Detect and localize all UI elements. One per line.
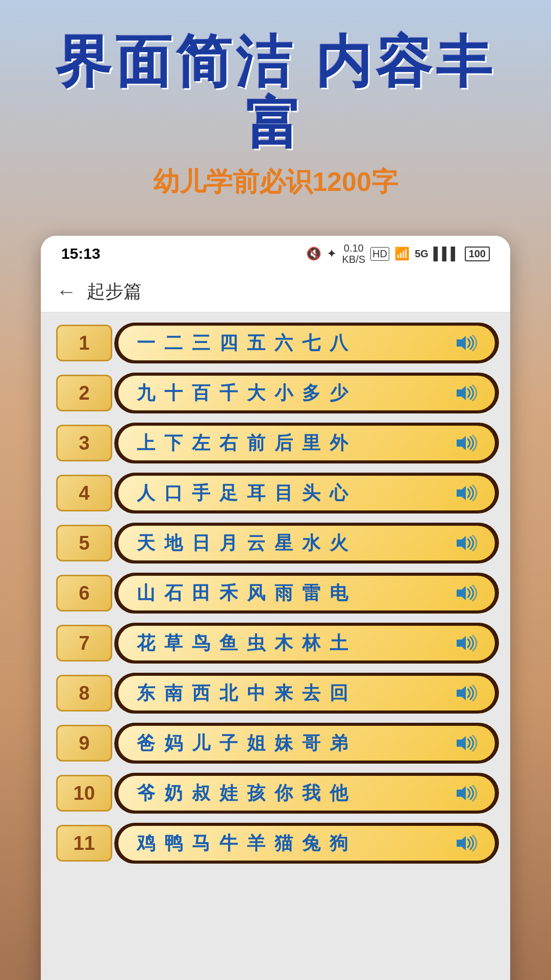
svg-marker-10	[457, 836, 466, 850]
list-item: 6 山 石 田 禾 风 雨 雷 电	[56, 573, 495, 614]
sound-button-4[interactable]	[452, 482, 481, 504]
item-content-1[interactable]: 一 二 三 四 五 六 七 八	[118, 323, 495, 363]
sound-button-11[interactable]	[452, 832, 481, 854]
item-content-8[interactable]: 东 南 西 北 中 来 去 回	[118, 673, 495, 714]
sound-icon	[455, 534, 478, 552]
promo-subtitle-suffix: 字	[371, 167, 398, 197]
hd-badge: HD	[370, 247, 389, 261]
promo-section: 界面简洁 内容丰富 幼儿学前必识1200字	[0, 0, 551, 220]
svg-marker-8	[457, 736, 466, 750]
status-time: 15:13	[61, 245, 101, 262]
svg-marker-7	[457, 686, 466, 700]
item-text-7: 花 草 鸟 鱼 虫 木 林 土	[137, 631, 350, 656]
sound-icon	[455, 484, 478, 502]
svg-marker-5	[457, 586, 466, 600]
promo-subtitle-prefix: 幼儿学前必识	[153, 167, 312, 197]
phone-frame: 15:13 🔇 ✦ 0.10 KB/S HD 📶 5G ▌▌▌ 100 ← 起步…	[41, 236, 510, 980]
signal-5g: 5G	[415, 248, 429, 260]
sound-icon	[455, 584, 478, 602]
promo-subtitle: 幼儿学前必识1200字	[31, 164, 520, 200]
sound-button-7[interactable]	[452, 632, 481, 654]
sound-button-5[interactable]	[452, 532, 481, 554]
item-text-10: 爷 奶 叔 娃 孩 你 我 他	[137, 781, 350, 806]
list-item: 11 鸡 鸭 马 牛 羊 猫 兔 狗	[56, 823, 495, 864]
battery-indicator: 100	[465, 247, 490, 261]
sound-button-9[interactable]	[452, 732, 481, 754]
list-item: 7 花 草 鸟 鱼 虫 木 林 土	[56, 623, 495, 664]
item-content-6[interactable]: 山 石 田 禾 风 雨 雷 电	[118, 573, 495, 614]
svg-marker-4	[457, 536, 466, 550]
item-content-11[interactable]: 鸡 鸭 马 牛 羊 猫 兔 狗	[118, 823, 495, 864]
sound-icon	[455, 384, 478, 402]
signal-bars: ▌▌▌	[434, 247, 460, 261]
svg-marker-1	[457, 386, 466, 400]
item-number-1: 1	[56, 325, 112, 361]
item-content-2[interactable]: 九 十 百 千 大 小 多 少	[118, 373, 495, 413]
sound-icon	[455, 784, 478, 802]
item-text-3: 上 下 左 右 前 后 里 外	[137, 431, 350, 456]
svg-marker-2	[457, 436, 466, 450]
list-item: 2 九 十 百 千 大 小 多 少	[56, 373, 495, 413]
item-content-7[interactable]: 花 草 鸟 鱼 虫 木 林 土	[118, 623, 495, 664]
nav-bar: ← 起步篇	[41, 272, 510, 312]
item-number-8: 8	[56, 675, 112, 712]
item-number-4: 4	[56, 475, 112, 511]
item-content-5[interactable]: 天 地 日 月 云 星 水 火	[118, 523, 495, 564]
list-item: 10 爷 奶 叔 娃 孩 你 我 他	[56, 773, 495, 814]
nav-title: 起步篇	[87, 279, 142, 304]
sound-icon	[455, 684, 478, 702]
svg-marker-3	[457, 486, 466, 500]
item-text-2: 九 十 百 千 大 小 多 少	[137, 381, 350, 406]
svg-marker-9	[457, 786, 466, 800]
item-number-9: 9	[56, 725, 112, 762]
data-speed: 0.10 KB/S	[342, 242, 365, 265]
sound-icon	[455, 834, 478, 852]
item-content-4[interactable]: 人 口 手 足 耳 目 头 心	[118, 473, 495, 513]
sound-button-10[interactable]	[452, 782, 481, 804]
status-bar: 15:13 🔇 ✦ 0.10 KB/S HD 📶 5G ▌▌▌ 100	[41, 236, 510, 272]
item-text-9: 爸 妈 儿 子 姐 妹 哥 弟	[137, 731, 350, 756]
sound-button-3[interactable]	[452, 432, 481, 454]
back-button[interactable]: ←	[56, 280, 77, 303]
item-text-11: 鸡 鸭 马 牛 羊 猫 兔 狗	[137, 831, 350, 856]
item-content-10[interactable]: 爷 奶 叔 娃 孩 你 我 他	[118, 773, 495, 814]
promo-subtitle-number: 1200	[312, 167, 371, 197]
list-item: 4 人 口 手 足 耳 目 头 心	[56, 473, 495, 513]
sound-icon	[455, 734, 478, 752]
sound-button-1[interactable]	[452, 332, 481, 354]
sound-icon	[455, 634, 478, 652]
svg-marker-0	[457, 336, 466, 350]
item-text-5: 天 地 日 月 云 星 水 火	[137, 531, 350, 556]
sound-button-6[interactable]	[452, 582, 481, 604]
sound-icon	[455, 334, 478, 352]
list-item: 5 天 地 日 月 云 星 水 火	[56, 523, 495, 564]
list-item: 8 东 南 西 北 中 来 去 回	[56, 673, 495, 714]
item-text-4: 人 口 手 足 耳 目 头 心	[137, 481, 350, 506]
status-icons: 🔇 ✦ 0.10 KB/S HD 📶 5G ▌▌▌ 100	[306, 242, 490, 265]
list-item: 1 一 二 三 四 五 六 七 八	[56, 323, 495, 363]
item-number-2: 2	[56, 375, 112, 411]
content-area: 1 一 二 三 四 五 六 七 八 2 九 十	[41, 312, 510, 980]
svg-marker-6	[457, 636, 466, 650]
list-item: 3 上 下 左 右 前 后 里 外	[56, 423, 495, 463]
promo-title: 界面简洁 内容丰富	[31, 31, 520, 154]
lesson-list: 1 一 二 三 四 五 六 七 八 2 九 十	[56, 323, 495, 864]
item-number-5: 5	[56, 525, 112, 561]
item-number-10: 10	[56, 775, 112, 812]
sound-button-2[interactable]	[452, 382, 481, 404]
list-item: 9 爸 妈 儿 子 姐 妹 哥 弟	[56, 723, 495, 764]
item-text-1: 一 二 三 四 五 六 七 八	[137, 331, 350, 356]
item-number-6: 6	[56, 575, 112, 611]
mute-icon: 🔇	[306, 247, 321, 261]
sound-icon	[455, 434, 478, 452]
item-number-7: 7	[56, 625, 112, 662]
wifi-icon: 📶	[394, 247, 410, 261]
sound-button-8[interactable]	[452, 682, 481, 704]
item-content-3[interactable]: 上 下 左 右 前 后 里 外	[118, 423, 495, 463]
item-content-9[interactable]: 爸 妈 儿 子 姐 妹 哥 弟	[118, 723, 495, 764]
bluetooth-icon: ✦	[327, 247, 337, 261]
item-text-8: 东 南 西 北 中 来 去 回	[137, 681, 350, 706]
item-number-3: 3	[56, 425, 112, 461]
item-number-11: 11	[56, 825, 112, 862]
item-text-6: 山 石 田 禾 风 雨 雷 电	[137, 581, 350, 606]
